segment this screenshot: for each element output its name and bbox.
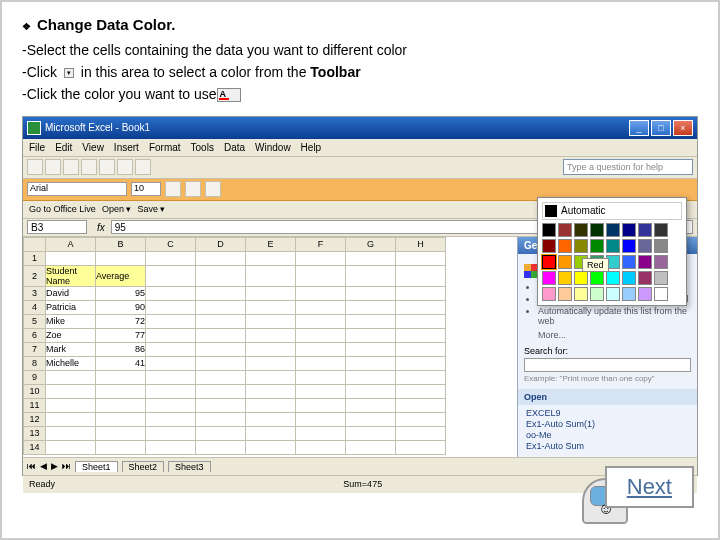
- menu-file[interactable]: File: [29, 142, 45, 153]
- color-swatch[interactable]: [622, 287, 636, 301]
- cell-b7[interactable]: 86: [96, 342, 146, 356]
- color-swatch[interactable]: [606, 223, 620, 237]
- row-1[interactable]: 1: [24, 251, 46, 265]
- color-swatch[interactable]: [654, 255, 668, 269]
- recent-file-4[interactable]: Ex1-Auto Sum: [526, 441, 689, 451]
- color-swatch[interactable]: [654, 239, 668, 253]
- row-3[interactable]: 3: [24, 286, 46, 300]
- color-swatch[interactable]: [590, 223, 604, 237]
- menu-insert[interactable]: Insert: [114, 142, 139, 153]
- print-icon[interactable]: [81, 159, 97, 175]
- cell-b8[interactable]: 41: [96, 356, 146, 370]
- color-swatch[interactable]: [558, 255, 572, 269]
- tp-link-update[interactable]: Automatically update this list from the …: [538, 306, 691, 326]
- help-search-input[interactable]: Type a question for help: [563, 159, 693, 175]
- color-swatch[interactable]: [574, 239, 588, 253]
- close-button[interactable]: ×: [673, 120, 693, 136]
- cell-a5[interactable]: Mike: [46, 314, 96, 328]
- color-swatch[interactable]: [542, 223, 556, 237]
- color-swatch[interactable]: [638, 287, 652, 301]
- color-swatch[interactable]: [574, 287, 588, 301]
- menu-tools[interactable]: Tools: [191, 142, 214, 153]
- cell-a8[interactable]: Michelle: [46, 356, 96, 370]
- tab-nav-first[interactable]: ⏮: [27, 461, 36, 471]
- cell-a3[interactable]: David: [46, 286, 96, 300]
- color-swatch[interactable]: [606, 271, 620, 285]
- row-2[interactable]: 2: [24, 265, 46, 286]
- cell-b4[interactable]: 90: [96, 300, 146, 314]
- tab-sheet2[interactable]: Sheet2: [122, 461, 165, 472]
- row-4[interactable]: 4: [24, 300, 46, 314]
- cell-b2[interactable]: Average: [96, 265, 146, 286]
- tp-more[interactable]: More...: [538, 330, 691, 340]
- row-13[interactable]: 13: [24, 426, 46, 440]
- col-e[interactable]: E: [246, 237, 296, 251]
- tab-sheet3[interactable]: Sheet3: [168, 461, 211, 472]
- row-7[interactable]: 7: [24, 342, 46, 356]
- name-box[interactable]: B3: [27, 220, 87, 234]
- col-c[interactable]: C: [146, 237, 196, 251]
- row-10[interactable]: 10: [24, 384, 46, 398]
- color-swatch[interactable]: [654, 287, 668, 301]
- color-swatch[interactable]: [590, 287, 604, 301]
- copy-icon[interactable]: [117, 159, 133, 175]
- tab-sheet1[interactable]: Sheet1: [75, 461, 118, 472]
- automatic-color-button[interactable]: Automatic: [542, 202, 682, 220]
- cut-icon[interactable]: [99, 159, 115, 175]
- recent-file-2[interactable]: Ex1-Auto Sum(1): [526, 419, 689, 429]
- color-swatch[interactable]: [622, 255, 636, 269]
- col-b[interactable]: B: [96, 237, 146, 251]
- underline-icon[interactable]: [205, 181, 221, 197]
- color-swatch[interactable]: [574, 271, 588, 285]
- color-swatch[interactable]: [590, 271, 604, 285]
- color-swatch[interactable]: [622, 223, 636, 237]
- tab-nav-prev[interactable]: ◀: [40, 461, 47, 471]
- col-h[interactable]: H: [396, 237, 446, 251]
- save-icon[interactable]: [63, 159, 79, 175]
- recent-file-3[interactable]: oo-Me: [526, 430, 689, 440]
- paste-icon[interactable]: [135, 159, 151, 175]
- color-swatch[interactable]: [654, 223, 668, 237]
- goto-office-live[interactable]: Go to Office Live: [29, 204, 96, 214]
- recent-file-1[interactable]: EXCEL9: [526, 408, 689, 418]
- color-swatch[interactable]: [606, 287, 620, 301]
- row-6[interactable]: 6: [24, 328, 46, 342]
- color-swatch[interactable]: [622, 271, 636, 285]
- cell-a2[interactable]: Student Name: [46, 265, 96, 286]
- next-button[interactable]: Next: [605, 466, 694, 508]
- color-swatch[interactable]: [606, 239, 620, 253]
- cell-a7[interactable]: Mark: [46, 342, 96, 356]
- row-14[interactable]: 14: [24, 440, 46, 454]
- menu-window[interactable]: Window: [255, 142, 291, 153]
- menu-edit[interactable]: Edit: [55, 142, 72, 153]
- maximize-button[interactable]: □: [651, 120, 671, 136]
- fx-icon[interactable]: fx: [91, 222, 111, 233]
- cell-b5[interactable]: 72: [96, 314, 146, 328]
- minimize-button[interactable]: _: [629, 120, 649, 136]
- color-swatch[interactable]: [574, 223, 588, 237]
- row-12[interactable]: 12: [24, 412, 46, 426]
- col-g[interactable]: G: [346, 237, 396, 251]
- cell-b6[interactable]: 77: [96, 328, 146, 342]
- open-icon[interactable]: [45, 159, 61, 175]
- menu-format[interactable]: Format: [149, 142, 181, 153]
- color-swatch[interactable]: [622, 239, 636, 253]
- font-size-select[interactable]: 10: [131, 182, 161, 196]
- color-swatch[interactable]: [638, 239, 652, 253]
- color-swatch[interactable]: [638, 223, 652, 237]
- color-swatch[interactable]: [542, 255, 556, 269]
- open-dropdown[interactable]: Open ▾: [102, 204, 132, 214]
- color-swatch[interactable]: [542, 239, 556, 253]
- color-swatch[interactable]: [558, 239, 572, 253]
- color-swatch[interactable]: [542, 271, 556, 285]
- color-swatch[interactable]: [558, 287, 572, 301]
- color-swatch[interactable]: [638, 255, 652, 269]
- italic-icon[interactable]: [185, 181, 201, 197]
- row-11[interactable]: 11: [24, 398, 46, 412]
- font-name-select[interactable]: Arial: [27, 182, 127, 196]
- cell-a4[interactable]: Patricia: [46, 300, 96, 314]
- color-swatch[interactable]: [558, 223, 572, 237]
- row-5[interactable]: 5: [24, 314, 46, 328]
- color-swatch[interactable]: [638, 271, 652, 285]
- tab-nav-last[interactable]: ⏭: [62, 461, 71, 471]
